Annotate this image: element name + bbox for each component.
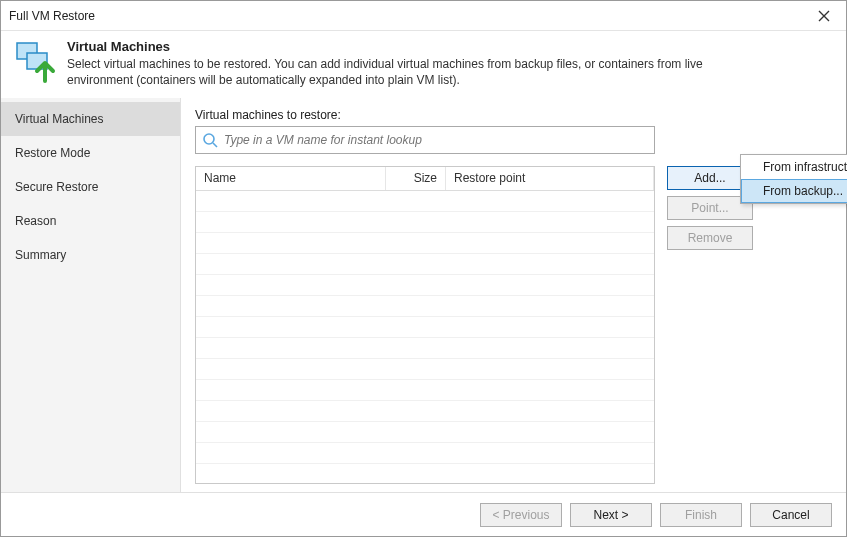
dialog-window: Full VM Restore Virtual Machines Select … bbox=[0, 0, 847, 537]
table-row bbox=[196, 254, 654, 275]
dropdown-from-backup[interactable]: From backup... bbox=[741, 179, 847, 203]
list-label: Virtual machines to restore: bbox=[195, 108, 832, 122]
vm-table: Name Size Restore point bbox=[195, 166, 655, 484]
search-input[interactable] bbox=[218, 129, 648, 151]
wizard-footer: < Previous Next > Finish Cancel bbox=[1, 492, 846, 536]
header-text: Virtual Machines Select virtual machines… bbox=[67, 39, 747, 88]
table-row bbox=[196, 338, 654, 359]
close-icon bbox=[818, 10, 830, 22]
table-row bbox=[196, 443, 654, 464]
table-row bbox=[196, 233, 654, 254]
titlebar: Full VM Restore bbox=[1, 1, 846, 31]
table-row bbox=[196, 296, 654, 317]
table-row bbox=[196, 422, 654, 443]
svg-point-2 bbox=[204, 134, 214, 144]
dropdown-from-infrastructure[interactable]: From infrastructure... bbox=[741, 155, 847, 179]
header-title: Virtual Machines bbox=[67, 39, 747, 54]
table-row bbox=[196, 317, 654, 338]
table-area: Name Size Restore point bbox=[195, 166, 832, 484]
table-row bbox=[196, 359, 654, 380]
table-row bbox=[196, 275, 654, 296]
col-name[interactable]: Name bbox=[196, 167, 386, 190]
table-row bbox=[196, 191, 654, 212]
sidebar-item-restore-mode[interactable]: Restore Mode bbox=[1, 136, 180, 170]
cancel-button[interactable]: Cancel bbox=[750, 503, 832, 527]
sidebar-item-summary[interactable]: Summary bbox=[1, 238, 180, 272]
table-row bbox=[196, 380, 654, 401]
remove-button: Remove bbox=[667, 226, 753, 250]
header-desc: Select virtual machines to be restored. … bbox=[67, 56, 747, 88]
finish-button: Finish bbox=[660, 503, 742, 527]
table-body bbox=[196, 191, 654, 483]
sidebar-item-virtual-machines[interactable]: Virtual Machines bbox=[1, 102, 180, 136]
table-row bbox=[196, 212, 654, 233]
previous-button: < Previous bbox=[480, 503, 562, 527]
wizard-header: Virtual Machines Select virtual machines… bbox=[1, 31, 846, 98]
vm-restore-icon bbox=[15, 39, 59, 83]
action-buttons: Add... Point... Remove bbox=[667, 166, 753, 484]
window-title: Full VM Restore bbox=[9, 9, 808, 23]
wizard-main: Virtual machines to restore: Name Size R… bbox=[181, 98, 846, 492]
close-button[interactable] bbox=[808, 4, 840, 28]
col-size[interactable]: Size bbox=[386, 167, 446, 190]
sidebar-item-secure-restore[interactable]: Secure Restore bbox=[1, 170, 180, 204]
next-button[interactable]: Next > bbox=[570, 503, 652, 527]
add-dropdown: From infrastructure... From backup... bbox=[740, 154, 847, 204]
col-restore-point[interactable]: Restore point bbox=[446, 167, 654, 190]
svg-line-3 bbox=[213, 143, 217, 147]
wizard-body: Virtual Machines Restore Mode Secure Res… bbox=[1, 98, 846, 492]
wizard-sidebar: Virtual Machines Restore Mode Secure Res… bbox=[1, 98, 181, 492]
table-row bbox=[196, 401, 654, 422]
search-box[interactable] bbox=[195, 126, 655, 154]
search-icon bbox=[202, 132, 218, 148]
sidebar-item-reason[interactable]: Reason bbox=[1, 204, 180, 238]
table-header: Name Size Restore point bbox=[196, 167, 654, 191]
